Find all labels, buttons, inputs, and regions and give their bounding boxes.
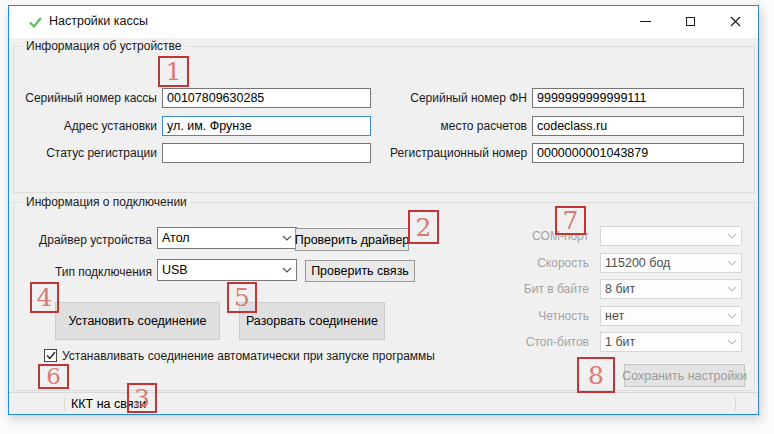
device-info-group: Информация об устройстве Серийный номер … — [13, 46, 755, 193]
registration-number-label: Регистрационный номер — [390, 146, 527, 160]
annotation-4: 4 — [30, 282, 59, 313]
device-info-group-title: Информация об устройстве — [22, 39, 186, 53]
bits-per-byte-select: 8 бит — [600, 279, 742, 299]
settings-window: Настройки кассы Информация об устройстве… — [8, 5, 759, 415]
close-icon — [730, 16, 741, 27]
baud-rate-select: 115200 бод — [600, 253, 742, 273]
fn-serial-input[interactable] — [532, 88, 744, 108]
parity-select: нет — [600, 306, 742, 326]
bits-per-byte-value: 8 бит — [605, 282, 635, 296]
maximize-button[interactable] — [668, 6, 713, 37]
minimize-button[interactable] — [623, 6, 668, 37]
baud-rate-label: Скорость — [450, 256, 589, 270]
window-title: Настройки кассы — [49, 14, 148, 28]
install-address-input[interactable] — [162, 116, 371, 136]
stop-bits-select: 1 бит — [600, 332, 742, 352]
annotation-5: 5 — [227, 282, 257, 313]
chevron-down-icon — [727, 313, 737, 319]
chevron-down-icon — [282, 235, 292, 241]
settlement-place-input[interactable] — [532, 116, 744, 136]
baud-rate-value: 115200 бод — [605, 256, 670, 270]
annotation-2: 2 — [408, 210, 439, 244]
parity-label: Четность — [450, 309, 589, 323]
serial-number-label: Серийный номер кассы — [14, 91, 157, 105]
checkbox-check-icon — [46, 351, 56, 360]
connection-info-group: Информация о подключении Драйвер устройс… — [13, 202, 755, 391]
check-driver-button[interactable]: Проверить драйвер — [295, 228, 409, 251]
chevron-down-icon — [727, 233, 737, 239]
status-separator — [64, 397, 65, 411]
connection-type-label: Тип подключения — [14, 265, 152, 279]
disconnect-button[interactable]: Разорвать соединение — [239, 302, 385, 340]
connection-info-group-title: Информация о подключении — [22, 195, 191, 209]
registration-status-input[interactable] — [162, 143, 371, 163]
settlement-place-label: место расчетов — [390, 119, 527, 133]
device-driver-label: Драйвер устройства — [14, 233, 152, 247]
registration-status-label: Статус регистрации — [14, 146, 157, 160]
chevron-down-icon — [727, 260, 737, 266]
stop-bits-label: Стоп-битов — [450, 335, 589, 349]
maximize-icon — [686, 17, 695, 26]
annotation-6: 6 — [38, 364, 69, 389]
device-driver-select[interactable]: Атол — [157, 227, 297, 249]
install-address-label: Адрес установки — [14, 119, 157, 133]
chevron-down-icon — [282, 267, 292, 273]
bits-per-byte-label: Бит в байте — [450, 282, 589, 296]
fn-serial-label: Серийный номер ФН — [390, 91, 527, 105]
auto-connect-checkbox[interactable] — [44, 349, 57, 362]
registration-number-input[interactable] — [532, 143, 744, 163]
status-separator — [735, 397, 736, 411]
parity-value: нет — [605, 309, 624, 323]
serial-number-input[interactable] — [162, 88, 371, 108]
connect-button[interactable]: Установить соединение — [55, 302, 220, 340]
check-connection-button[interactable]: Проверить связь — [305, 260, 415, 282]
com-port-select — [600, 226, 742, 246]
device-driver-value: Атол — [162, 231, 190, 245]
window-controls — [623, 6, 758, 37]
auto-connect-label: Устанавливать соединение автоматически п… — [62, 349, 435, 363]
annotation-1: 1 — [158, 56, 189, 87]
app-check-icon — [28, 15, 43, 30]
chevron-down-icon — [727, 286, 737, 292]
close-button[interactable] — [713, 6, 758, 37]
save-settings-button[interactable]: Сохранить настройки — [624, 364, 745, 387]
annotation-7: 7 — [555, 206, 586, 235]
annotation-3: 3 — [127, 383, 157, 413]
connection-type-value: USB — [162, 263, 188, 277]
minimize-icon — [640, 21, 651, 22]
chevron-down-icon — [727, 339, 737, 345]
annotation-8: 8 — [577, 357, 615, 393]
connection-type-select[interactable]: USB — [157, 259, 297, 281]
title-bar[interactable]: Настройки кассы — [9, 6, 758, 38]
status-bar: ККТ на связи — [9, 392, 758, 414]
stop-bits-value: 1 бит — [605, 335, 635, 349]
